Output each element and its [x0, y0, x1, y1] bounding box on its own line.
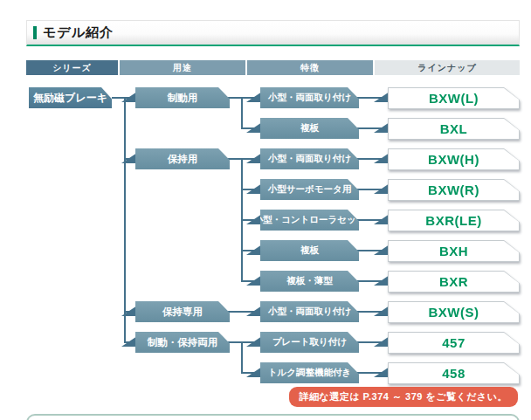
feature-box: トルク調整機能付き	[260, 362, 359, 383]
note-badge: 詳細な選定は P.374 ～ 379 をご覧ください。	[289, 387, 518, 407]
usage-box: 制動・保持両用	[135, 332, 230, 353]
usage-box: 保持用	[135, 148, 230, 169]
lineup-box: 458	[388, 362, 520, 384]
feature-box: 複板・薄型	[260, 271, 359, 292]
feature-box: 小型サーボモータ用	[260, 179, 359, 200]
lineup-label: BXR	[439, 274, 468, 289]
feature-box: 小型・両面取り付け	[260, 148, 359, 169]
feature-box: プレート取り付け	[260, 332, 359, 353]
lineup-box: BXW(R)	[388, 179, 520, 201]
lineup-box: BXH	[388, 240, 520, 262]
feature-box: 小型・両面取り付け	[260, 87, 359, 108]
lineup-label: BXL	[440, 121, 468, 136]
arrow-icon	[121, 306, 137, 316]
lineup-label: BXH	[439, 244, 468, 258]
feature-box: 小型・コントローラセット	[260, 210, 359, 231]
lineup-box: BXR(LE)	[388, 210, 520, 231]
lineup-box: BXW(L)	[388, 87, 520, 109]
series-box: 無励磁ブレーキ	[29, 87, 112, 108]
lineup-box: 457	[388, 332, 520, 354]
lineup-box: BXW(S)	[388, 301, 520, 323]
arrow-icon	[121, 153, 137, 163]
lineup-label: BXW(R)	[428, 182, 479, 197]
lineup-label: BXW(L)	[429, 91, 479, 106]
lineup-box: BXW(H)	[388, 148, 520, 170]
lineup-box: BXL	[388, 118, 520, 140]
catalog-page: モデル紹介 シリーズ 用途 特徴 ラインナップ 無励磁ブレーキ制動用保持用保持専…	[0, 0, 531, 420]
lineup-box: BXR	[388, 271, 520, 293]
usage-box: 制動用	[135, 87, 230, 108]
lineup-label: BXW(S)	[429, 305, 479, 320]
diagram: 無励磁ブレーキ制動用保持用保持専用制動・保持両用小型・両面取り付けBXW(L)複…	[0, 0, 531, 420]
lineup-label: 458	[442, 366, 465, 381]
arrow-icon	[121, 336, 137, 347]
lineup-label: BXW(H)	[428, 152, 479, 167]
feature-box: 複板	[260, 118, 359, 139]
usage-box: 保持専用	[135, 301, 230, 322]
feature-box: 小型・両面取り付け	[260, 301, 359, 322]
lineup-label: 457	[442, 335, 465, 350]
lineup-label: BXR(LE)	[425, 213, 481, 228]
feature-box: 複板	[260, 240, 359, 261]
